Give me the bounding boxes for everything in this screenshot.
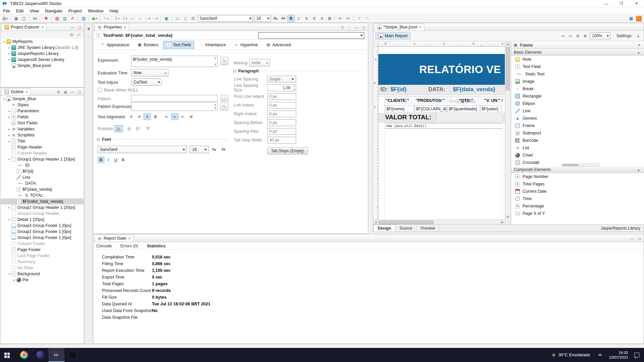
dataset-edit-button[interactable]: ▥: [80, 15, 87, 22]
editor-mode-tab[interactable]: Source: [395, 225, 417, 232]
tab-simple-blue-jrxml[interactable]: *Simple_Blue.jrxml: [374, 23, 424, 31]
palette-item[interactable]: Time: [511, 195, 644, 202]
expand-arrow-icon[interactable]: ▸: [7, 206, 11, 209]
paragraph-input[interactable]: 40 px: [267, 137, 296, 143]
blank-when-null-checkbox[interactable]: [98, 88, 102, 92]
collapse-icon[interactable]: [233, 70, 236, 73]
theme-brush-button[interactable]: ✎: [102, 15, 109, 22]
palette-item[interactable]: Page X of Y: [511, 210, 644, 217]
column-header-static-text[interactable]: "PRODUTOS:": [416, 98, 445, 103]
tree-item[interactable]: Styles: [1, 102, 84, 108]
close-icon[interactable]: [124, 25, 126, 29]
properties-tab[interactable]: Borders: [134, 41, 162, 49]
palette-item[interactable]: Note: [511, 56, 644, 63]
expand-arrow-icon[interactable]: ▸: [7, 128, 11, 131]
scrollbar-thumb[interactable]: [506, 47, 510, 90]
align-justify-button[interactable]: ≣: [326, 15, 333, 22]
property-search-input[interactable]: [260, 33, 359, 38]
editor-mode-tab[interactable]: Preview: [417, 225, 439, 232]
report-state-tab[interactable]: Statistics: [147, 244, 166, 248]
tree-item[interactable]: DATA:: [1, 180, 84, 186]
column-header-static-text[interactable]: "CLIENTE:": [386, 98, 409, 103]
save-button[interactable]: ▣: [13, 15, 20, 22]
pattern-expression-input[interactable]: [131, 102, 218, 111]
collapse-section-icon[interactable]: ▴: [636, 50, 642, 55]
font-increase-button[interactable]: A▴: [210, 146, 218, 153]
separator-button[interactable]: [10, 16, 11, 21]
paragraph-input[interactable]: 0 px: [267, 93, 296, 100]
pin-editor-button[interactable]: ▣: [163, 15, 170, 22]
close-icon[interactable]: [128, 237, 130, 240]
zoom-level-select[interactable]: 100%: [590, 33, 610, 39]
tree-item[interactable]: ▾ Background: [1, 271, 84, 277]
valign-bottom-button[interactable]: [179, 113, 186, 120]
scroll-up-icon[interactable]: ▲: [505, 42, 511, 47]
separator-button[interactable]: [100, 16, 101, 21]
properties-tab[interactable]: Hyperlink: [231, 41, 261, 49]
spacing-increase-button[interactable]: ≡↑: [337, 15, 344, 22]
forward-button[interactable]: ⇨: [137, 15, 144, 22]
palette-item[interactable]: Total Pages: [511, 180, 644, 188]
image-wizard-button[interactable]: ▧: [54, 15, 61, 22]
expand-arrow-icon[interactable]: ▸: [7, 134, 11, 137]
tree-item[interactable]: ▸ Parameters: [1, 108, 84, 114]
menu-item[interactable]: View: [26, 8, 42, 14]
tree-item[interactable]: Line: [1, 174, 84, 180]
tree-item[interactable]: ▸ Scriptlets: [1, 132, 84, 138]
expand-arrow-icon[interactable]: ▸: [7, 116, 11, 119]
font-family-select[interactable]: SansSerif: [98, 146, 187, 153]
halign-right-button[interactable]: ≡: [144, 113, 151, 120]
date-expression-element[interactable]: new java.util.Date(): [385, 123, 502, 129]
expand-arrow-icon[interactable]: ▾: [7, 158, 11, 161]
forward-history-button[interactable]: ⇨: [152, 15, 159, 22]
spacing-set-button[interactable]: ≡↕: [345, 15, 352, 22]
tree-item[interactable]: $F{id}: [1, 168, 84, 174]
breadcrumb[interactable]: Main Report: [375, 32, 411, 40]
font-section-header[interactable]: Font: [97, 137, 111, 142]
minimize-view-button[interactable]: —: [69, 89, 75, 95]
detail-field[interactable]: $F{quantidade}: [447, 105, 480, 112]
data-static-text[interactable]: DATA:: [428, 86, 445, 93]
maximize-view-button[interactable]: ▢: [361, 24, 367, 30]
halign-justify-button[interactable]: ≣: [152, 113, 159, 120]
rotation-button[interactable]: St-: [134, 125, 143, 132]
minimize-view-button[interactable]: —: [69, 24, 75, 30]
new-report-wizard-button[interactable]: ▤: [2, 15, 9, 22]
maximize-view-button[interactable]: ▢: [76, 24, 83, 30]
tree-item[interactable]: ▸ JRE System Library [JavaSE-1.8]: [1, 45, 84, 51]
palette-section-basic[interactable]: Basic Elements ▴: [511, 49, 644, 56]
rotation-button[interactable]: St-: [114, 125, 123, 132]
tree-item[interactable]: Column Footer: [1, 241, 84, 247]
zoom-out-button[interactable]: ⊖: [575, 33, 581, 39]
zoom-in-button[interactable]: ⊕: [582, 33, 588, 39]
style-edit-button[interactable]: ✐: [356, 15, 363, 22]
expand-arrow-icon[interactable]: ▸: [12, 279, 16, 282]
notification-center-icon[interactable]: [634, 353, 639, 357]
menu-item[interactable]: Project: [65, 8, 85, 14]
font-size-select[interactable]: 18: [254, 15, 271, 22]
tree-item[interactable]: $F{valor_total_venda}: [1, 198, 84, 204]
expression-edit-button[interactable]: [220, 57, 228, 65]
collapse-icon[interactable]: [97, 138, 100, 141]
palette-item[interactable]: Static Text: [511, 70, 644, 78]
tree-item[interactable]: ▾ Simple_Blue: [1, 96, 84, 102]
tab-project-explorer[interactable]: Project Explorer: [2, 23, 47, 31]
palette-section-composite[interactable]: Composite Elements ▴: [511, 166, 644, 173]
tree-item[interactable]: V. TOTAL:: [1, 192, 84, 198]
halign-center-button[interactable]: ≡: [136, 113, 143, 120]
pattern-expression-edit-button[interactable]: [220, 103, 228, 111]
editor-option-a-button[interactable]: ▭: [560, 33, 566, 39]
separator-button[interactable]: [353, 16, 355, 21]
collapse-all-button[interactable]: ⊟: [55, 89, 61, 95]
font-style-button[interactable]: I: [105, 157, 112, 163]
expand-arrow-icon[interactable]: ▸: [7, 52, 11, 55]
tree-item[interactable]: Summary: [1, 259, 84, 265]
minimize-view-button[interactable]: —: [354, 24, 360, 30]
palette-menu-icon[interactable]: ▸: [636, 42, 642, 48]
align-right-button[interactable]: ≡: [318, 15, 325, 22]
tree-item[interactable]: Group3 Group Header: [1, 210, 84, 217]
separator-button[interactable]: [334, 16, 336, 21]
palette-item[interactable]: Generic: [511, 115, 644, 122]
palette-item[interactable]: Line: [511, 107, 644, 115]
palette-item[interactable]: Break: [511, 85, 644, 93]
